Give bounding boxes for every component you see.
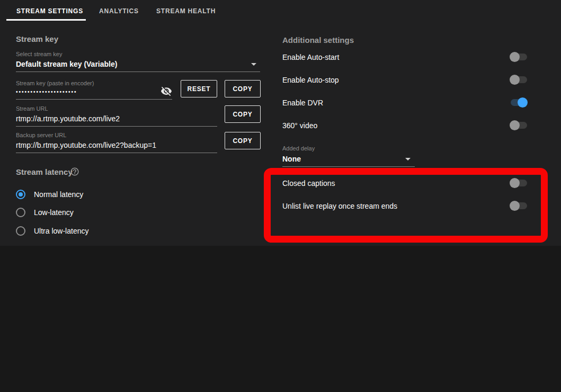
chevron-down-icon[interactable] [405,158,411,161]
active-tab-underline [6,19,86,21]
reset-button[interactable]: RESET [181,80,217,97]
enable-auto-stop-label: Enable Auto-stop [282,76,339,84]
unlist-live-replay-label: Unlist live replay once stream ends [282,202,397,210]
chevron-down-icon[interactable] [251,63,256,66]
tab-analytics[interactable]: ANALYTICS [99,7,139,15]
additional-settings-heading: Additional settings [282,35,354,44]
radio-icon [16,190,25,199]
settings-panel: STREAM SETTINGS ANALYTICS STREAM HEALTH … [0,0,561,246]
stream-key-underline [16,99,172,100]
enable-dvr-label: Enable DVR [282,99,323,107]
enable-auto-start-label: Enable Auto-start [282,53,339,61]
copy-backup-url-button[interactable]: COPY [225,132,261,149]
added-delay-underline [282,166,415,167]
select-stream-key-underline [16,72,260,72]
help-icon[interactable] [70,167,79,176]
closed-captions-toggle[interactable] [510,178,528,189]
visibility-off-icon[interactable] [161,85,172,97]
copy-stream-url-button[interactable]: COPY [225,105,261,123]
stream-url-label: Stream URL [16,105,48,112]
copy-stream-key-button[interactable]: COPY [225,80,261,97]
stream-url-value: rtmp://a.rtmp.youtube.com/live2 [16,114,120,123]
stream-key-field-label: Stream key (paste in encoder) [16,80,94,86]
radio-ultra-low-latency[interactable]: Ultra low-latency [16,226,122,237]
enable-auto-start-toggle[interactable] [510,52,528,63]
radio-normal-latency[interactable]: Normal latency [16,189,122,201]
select-stream-key-value[interactable]: Default stream key (Variable) [16,60,117,68]
radio-icon [16,208,25,217]
select-stream-key-label: Select stream key [16,51,62,57]
stream-latency-heading: Stream latency [16,167,73,176]
closed-captions-label: Closed captions [282,179,335,188]
backup-url-value: rtmp://b.rtmp.youtube.com/live2?backup=1 [16,141,156,149]
radio-low-latency[interactable]: Low-latency [16,207,122,219]
backup-url-label: Backup server URL [16,132,66,138]
tab-stream-settings[interactable]: STREAM SETTINGS [16,7,83,15]
radio-icon [16,226,25,236]
stream-key-heading: Stream key [16,34,58,43]
added-delay-label: Added delay [282,145,315,152]
unlist-live-replay-toggle[interactable] [510,201,528,211]
tab-stream-health[interactable]: STREAM HEALTH [156,7,216,15]
enable-dvr-toggle[interactable] [510,97,528,108]
360-video-label: 360° video [282,121,317,130]
enable-auto-stop-toggle[interactable] [510,75,528,85]
stream-url-underline [16,126,217,127]
360-video-toggle[interactable] [510,120,528,131]
stream-key-masked-value: ••••••••••••••••••••• [16,89,77,95]
added-delay-value[interactable]: None [282,155,301,163]
backup-url-underline [16,153,217,153]
